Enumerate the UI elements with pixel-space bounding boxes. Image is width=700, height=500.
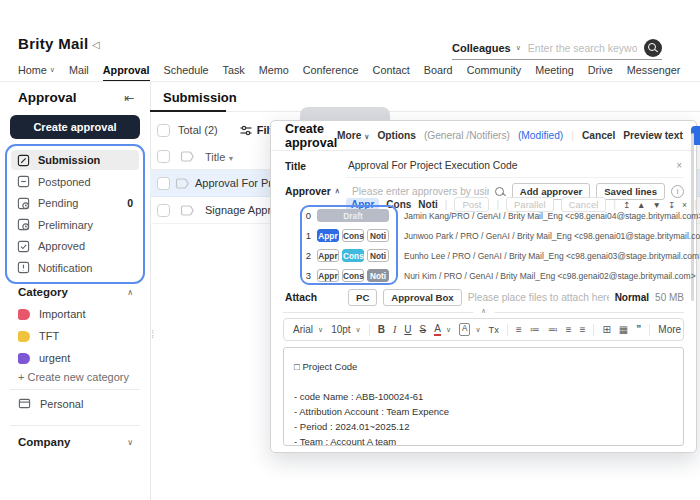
align-button[interactable]: ≡ (516, 324, 522, 335)
more-menu[interactable]: More ∨ (337, 130, 369, 141)
nav-drive[interactable]: Drive (588, 64, 613, 81)
attach-pc-button[interactable]: PC (348, 289, 377, 306)
title-input[interactable] (346, 159, 674, 172)
nav-conference[interactable]: Conference (303, 64, 359, 81)
column-title[interactable]: Title▼ (205, 151, 234, 163)
table-button[interactable]: ⊞ (602, 324, 610, 335)
sidebar-item-notification[interactable]: Notification (11, 258, 139, 278)
cancel-button[interactable]: Cancel (582, 130, 615, 141)
search-input[interactable] (526, 41, 639, 55)
approver-input[interactable]: Please enter approvers by using the Inst… (352, 186, 489, 197)
nav-board[interactable]: Board (424, 64, 453, 81)
italic-button[interactable]: I (393, 324, 396, 335)
create-category-link[interactable]: + Create new category (18, 371, 129, 383)
appr-toggle[interactable]: Appr (317, 249, 339, 262)
noti-toggle[interactable]: Noti (367, 249, 389, 262)
editor-more-button[interactable]: More∨ (658, 324, 684, 335)
search-scope-select[interactable]: Colleagues (452, 42, 511, 54)
nav-mail[interactable]: Mail (69, 64, 89, 81)
nav-messenger[interactable]: Messenger (627, 64, 680, 81)
modal-header: Create approval More ∨ Options (General … (271, 121, 696, 151)
sidebar-item-approved[interactable]: Approved (11, 236, 139, 256)
chevron-down-icon[interactable]: ∨ (516, 44, 521, 52)
editor-line: □ Project Code (294, 359, 673, 374)
move-bottom-icon[interactable]: ↧ (668, 200, 675, 210)
search-icon[interactable] (495, 187, 504, 196)
category-tft[interactable]: TFT (18, 329, 59, 343)
font-family-select[interactable]: Arial∨ (293, 324, 323, 335)
sidebar-item-postponed[interactable]: Postponed (11, 172, 139, 192)
image-button[interactable]: ▦ (619, 324, 628, 335)
search-button[interactable] (644, 39, 662, 57)
nav-task[interactable]: Task (223, 64, 245, 81)
numbered-list-button[interactable]: ≕ (548, 324, 558, 335)
collapse-sidebar-icon[interactable]: ⇤ (124, 91, 134, 105)
move-top-icon[interactable]: ↥ (623, 200, 630, 210)
type-noti-button[interactable]: Noti (418, 199, 437, 210)
font-color-button[interactable]: A∨ (434, 323, 451, 336)
indent-button[interactable]: ≡ (580, 324, 586, 335)
bold-button[interactable]: B (378, 324, 385, 335)
category-important[interactable]: Important (18, 307, 85, 321)
font-size-select[interactable]: 10pt∨ (331, 324, 361, 335)
underline-button[interactable]: U (404, 324, 411, 335)
editor-body[interactable]: □ Project Code - code Name : ABB-100024-… (283, 347, 684, 446)
chevron-up-icon[interactable]: ∧ (335, 187, 340, 195)
info-icon[interactable]: i (671, 185, 684, 198)
highlight-color-button[interactable]: A∨ (459, 323, 481, 336)
modified-label[interactable]: (Modified) (518, 130, 563, 141)
cons-toggle[interactable]: Cons (342, 269, 364, 282)
sidebar-item-submission[interactable]: Submission (11, 150, 139, 170)
chevron-up-icon[interactable]: ∧ (127, 288, 133, 297)
preview-text-button[interactable]: Preview text (623, 130, 682, 141)
appr-toggle[interactable]: Appr (317, 269, 339, 282)
options-button[interactable]: Options (377, 130, 415, 141)
remove-icon[interactable]: × (682, 200, 687, 210)
nav-memo[interactable]: Memo (259, 64, 289, 81)
nav-community[interactable]: Community (467, 64, 522, 81)
cons-toggle[interactable]: Cons (342, 229, 364, 242)
attach-dropzone[interactable]: Please place files to attach here. (468, 292, 609, 303)
chevron-down-icon[interactable]: ∨ (127, 438, 133, 447)
approver-row: 0 Draft (302, 208, 389, 223)
sidebar-item-personal[interactable]: Personal (18, 397, 83, 410)
nav-home[interactable]: Home∨ (18, 64, 55, 81)
strikethrough-button[interactable]: S (420, 324, 427, 335)
outdent-button[interactable]: ≡ (566, 324, 572, 335)
nav-approval[interactable]: Approval (103, 64, 150, 82)
noti-toggle[interactable]: Noti (367, 229, 389, 242)
move-up-icon[interactable]: ▲ (637, 200, 645, 210)
clear-format-button[interactable]: Tx (489, 325, 499, 335)
collapse-editor-icon[interactable]: ∧ (473, 307, 494, 315)
category-urgent[interactable]: urgent (18, 351, 70, 365)
nav-contact[interactable]: Contact (373, 64, 410, 81)
noti-toggle[interactable]: Noti (367, 269, 389, 282)
editor-more-label: More (658, 324, 681, 335)
clear-title-icon[interactable]: × (674, 160, 684, 171)
sidebar-item-company[interactable]: Company (18, 436, 70, 448)
total-count-label: Total (2) (178, 124, 218, 136)
app-logo[interactable]: Brity Mail (18, 35, 89, 52)
nav-meeting[interactable]: Meeting (535, 64, 573, 81)
appr-toggle[interactable]: Appr (317, 229, 339, 242)
bullet-list-button[interactable]: ≔ (530, 324, 540, 335)
attach-approval-box-button[interactable]: Approval Box (383, 289, 461, 306)
approver-row: 3 Appr Cons Noti (302, 268, 389, 283)
row-checkbox[interactable] (157, 150, 170, 163)
move-down-icon[interactable]: ▼ (652, 200, 660, 210)
announcement-icon[interactable]: ◁ (92, 39, 100, 50)
post-button[interactable]: Post (454, 197, 489, 212)
quote-button[interactable]: ” (636, 324, 641, 335)
create-approval-button[interactable]: Create approval (10, 115, 140, 139)
cancel-line-button[interactable]: Cancel (561, 197, 607, 212)
parallel-button[interactable]: Parallel (506, 197, 554, 212)
row-checkbox[interactable] (157, 204, 170, 217)
nav-schedule[interactable]: Schedule (164, 64, 209, 81)
personal-box-icon (18, 397, 31, 410)
cons-toggle[interactable]: Cons (342, 249, 364, 262)
submission-doc-icon (17, 154, 30, 167)
sidebar-item-preliminary[interactable]: Preliminary (11, 215, 139, 235)
select-all-checkbox[interactable] (157, 124, 170, 137)
sidebar-item-pending[interactable]: Pending 0 (11, 193, 139, 213)
row-checkbox[interactable] (157, 177, 170, 190)
